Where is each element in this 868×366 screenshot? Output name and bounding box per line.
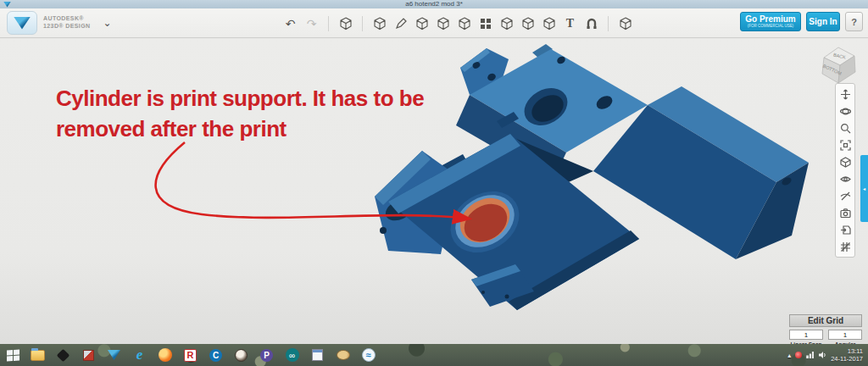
window-titlebar[interactable]: a6 hotend2 mod 3*	[0, 0, 868, 8]
screenshot-icon[interactable]	[837, 205, 853, 220]
system-tray: ▴ 13:11 24-11-2017	[787, 347, 868, 363]
edit-grid-button[interactable]: Edit Grid	[789, 314, 862, 327]
export-scene-icon[interactable]	[837, 222, 853, 237]
side-panel-tab[interactable]: ◂	[860, 155, 868, 222]
volume-icon[interactable]	[818, 351, 826, 359]
app-brand: AUTODESK® 123D® DESIGN ⌄	[7, 11, 112, 35]
fit-icon[interactable]	[837, 137, 853, 152]
snap-icon[interactable]	[582, 14, 600, 34]
redo-icon[interactable]: ↷	[303, 14, 320, 34]
3d-viewport[interactable]: Cylinder is print support. It has to be …	[0, 39, 868, 344]
primitives-icon[interactable]	[370, 14, 388, 34]
visibility-icon[interactable]	[837, 171, 853, 186]
paint-palette-icon[interactable]	[334, 347, 352, 363]
start-button[interactable]	[0, 344, 25, 366]
document-title: a6 hotend2 mod 3*	[0, 0, 868, 8]
clock-time: 13:11	[831, 347, 863, 355]
mesh-app-icon[interactable]	[80, 347, 97, 363]
orbit-icon[interactable]	[837, 103, 853, 119]
tool-ribbon: ↶ ↷ T	[281, 8, 634, 38]
pattern-icon[interactable]	[476, 14, 494, 34]
undo-icon[interactable]: ↶	[281, 14, 299, 34]
angular-snap-input[interactable]	[828, 330, 862, 340]
windows-logo-icon	[7, 349, 19, 361]
123d-design-icon[interactable]	[105, 347, 123, 363]
nav-tool-palette	[835, 83, 855, 258]
print-support-annotation: Cylinder is print support. It has to be …	[56, 83, 424, 144]
file-manager-icon[interactable]	[29, 347, 47, 363]
main-toolbar: AUTODESK® 123D® DESIGN ⌄ ↶ ↷	[0, 8, 868, 38]
shade-view-icon[interactable]	[837, 154, 853, 169]
sketch-icon[interactable]	[392, 14, 409, 34]
transform-icon[interactable]	[337, 14, 354, 34]
app-logo-icon[interactable]	[7, 11, 37, 35]
notepad-icon[interactable]	[309, 347, 326, 363]
go-premium-button[interactable]: Go Premium (FOR COMMERCIAL USE)	[740, 12, 801, 31]
sign-in-button[interactable]: Sign In	[806, 12, 840, 31]
toolbar-separator	[608, 16, 609, 31]
tray-expand-icon[interactable]: ▴	[787, 352, 791, 359]
tray-record-icon[interactable]	[795, 352, 802, 358]
material-icon[interactable]	[540, 14, 558, 34]
openoffice-icon[interactable]: ≈	[359, 347, 377, 363]
spline-icon[interactable]	[413, 14, 431, 34]
help-button[interactable]: ?	[845, 12, 863, 31]
pinned-apps: e R C P ∞ ≈	[29, 347, 377, 363]
zoom-icon[interactable]	[837, 120, 853, 136]
repetier-icon[interactable]: R	[181, 347, 199, 363]
brand-text: AUTODESK® 123D® DESIGN	[43, 15, 90, 30]
pan-icon[interactable]	[837, 86, 853, 102]
extrude-icon[interactable]	[434, 14, 452, 34]
grid-toggle-icon[interactable]	[837, 239, 853, 254]
logo-v-icon	[14, 17, 31, 30]
hide-icon[interactable]	[837, 188, 853, 203]
cura-icon[interactable]: C	[207, 347, 225, 363]
model-body[interactable]	[375, 44, 809, 310]
account-actions: Go Premium (FOR COMMERCIAL USE) Sign In …	[740, 12, 863, 31]
grouping-icon[interactable]	[498, 14, 515, 34]
inkscape-icon[interactable]	[54, 347, 72, 363]
printrun-icon[interactable]: P	[258, 347, 275, 363]
network-icon[interactable]	[806, 352, 814, 358]
firefox-icon[interactable]	[156, 347, 174, 363]
gimp-icon[interactable]	[232, 347, 250, 363]
taskbar-clock[interactable]: 13:11 24-11-2017	[831, 347, 865, 363]
internet-explorer-icon[interactable]: e	[131, 347, 148, 363]
clock-date: 24-11-2017	[831, 355, 863, 363]
text-tool-icon[interactable]: T	[561, 14, 579, 34]
measure-icon[interactable]	[616, 14, 634, 34]
linear-snap-input[interactable]	[789, 330, 823, 340]
app-menu-chevron-icon[interactable]: ⌄	[103, 17, 111, 29]
toolbar-separator	[362, 16, 363, 31]
combine-icon[interactable]	[519, 14, 537, 34]
toolbar-separator	[328, 16, 329, 31]
windows-taskbar: e R C P ∞ ≈ ▴ 13:11 24-11-2017	[0, 344, 868, 366]
panel-collapse-arrow-icon: ◂	[863, 186, 865, 191]
view-cube[interactable]: BACK BOTTOM	[817, 44, 860, 86]
modify-icon[interactable]	[455, 14, 473, 34]
arduino-icon[interactable]: ∞	[283, 347, 301, 363]
